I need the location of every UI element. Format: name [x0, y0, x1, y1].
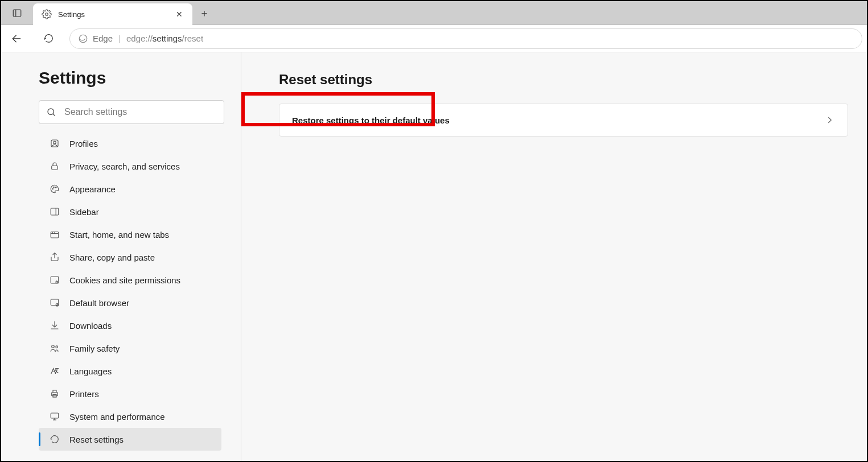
svg-point-21	[56, 281, 57, 283]
share-icon	[49, 251, 60, 263]
tab-title: Settings	[58, 10, 168, 19]
svg-rect-0	[13, 10, 21, 16]
gear-icon	[41, 9, 52, 20]
svg-point-27	[56, 346, 58, 348]
search-icon	[46, 107, 56, 117]
reset-icon	[49, 434, 60, 445]
svg-rect-9	[52, 166, 58, 170]
sidebar-item-family[interactable]: Family safety	[39, 337, 221, 360]
sidebar-item-reset[interactable]: Reset settings	[39, 428, 221, 451]
download-icon	[49, 320, 60, 331]
restore-defaults-row[interactable]: Restore settings to their default values	[279, 104, 848, 137]
url-text: edge://settings/reset	[126, 34, 203, 43]
sidebar-item-label: Downloads	[69, 321, 112, 331]
sidebar-item-label: System and performance	[69, 412, 165, 422]
sidebar-item-label: Printers	[69, 389, 99, 399]
sidebar-item-start[interactable]: Start, home, and new tabs	[39, 223, 221, 246]
svg-point-10	[52, 188, 54, 189]
settings-sidebar: Settings Profiles Privacy, search, and s…	[1, 52, 241, 461]
sidebar-item-label: Default browser	[69, 298, 129, 308]
sidebar-item-downloads[interactable]: Downloads	[39, 314, 221, 337]
svg-rect-31	[51, 413, 59, 418]
sidebar-item-label: Cookies and site permissions	[69, 275, 180, 285]
address-bar[interactable]: Edge | edge://settings/reset	[69, 28, 862, 49]
sidebar-item-languages[interactable]: Languages	[39, 360, 221, 382]
tab-close-button[interactable]: ✕	[174, 10, 184, 19]
page-heading: Reset settings	[279, 72, 850, 88]
tab-actions-button[interactable]	[1, 1, 33, 24]
sidebar-item-sidebar[interactable]: Sidebar	[39, 200, 221, 223]
addr-separator: |	[118, 34, 121, 43]
search-settings-input[interactable]	[63, 106, 217, 118]
sidebar-item-label: Share, copy and paste	[69, 253, 155, 262]
svg-point-12	[56, 187, 57, 188]
palette-icon	[49, 183, 60, 195]
content-area: Settings Profiles Privacy, search, and s…	[1, 52, 867, 461]
svg-point-5	[48, 109, 54, 115]
svg-line-6	[53, 114, 55, 116]
svg-rect-22	[51, 299, 59, 306]
sidebar-item-label: Family safety	[69, 344, 120, 353]
tab-settings[interactable]: Settings ✕	[33, 3, 192, 25]
search-settings-box[interactable]	[39, 100, 224, 124]
svg-point-26	[52, 345, 55, 348]
svg-point-11	[54, 187, 55, 188]
sidebar-item-label: Reset settings	[69, 435, 124, 444]
tabs-icon	[49, 229, 60, 240]
svg-point-2	[46, 13, 48, 16]
tab-strip: Settings ✕ ＋	[1, 1, 867, 25]
lock-icon	[49, 160, 60, 172]
sidebar-item-printers[interactable]: Printers	[39, 382, 221, 405]
svg-rect-20	[51, 277, 59, 283]
sidebar-item-label: Appearance	[69, 184, 116, 194]
printer-icon	[49, 388, 60, 399]
svg-rect-13	[51, 208, 59, 215]
new-tab-button[interactable]: ＋	[192, 1, 216, 24]
sidebar-item-appearance[interactable]: Appearance	[39, 178, 221, 200]
sidebar-item-profiles[interactable]: Profiles	[39, 132, 221, 155]
chevron-right-icon	[825, 115, 835, 125]
sidebar-item-cookies[interactable]: Cookies and site permissions	[39, 269, 221, 291]
refresh-button[interactable]	[38, 28, 59, 50]
search-engine-label: Edge	[78, 34, 113, 44]
system-icon	[49, 411, 60, 422]
family-icon	[49, 343, 60, 354]
sidebar-item-label: Start, home, and new tabs	[69, 230, 169, 240]
sidebar-item-system[interactable]: System and performance	[39, 405, 221, 428]
language-icon	[49, 365, 60, 377]
browser-icon	[49, 297, 60, 308]
sidebar-item-share[interactable]: Share, copy and paste	[39, 246, 221, 269]
sidebar-item-label: Privacy, search, and services	[69, 162, 180, 171]
cookies-icon	[49, 274, 60, 286]
svg-point-8	[54, 141, 56, 144]
sidebar-item-privacy[interactable]: Privacy, search, and services	[39, 155, 221, 178]
main-panel: Reset settings Restore settings to their…	[241, 52, 867, 461]
sidebar-icon	[49, 206, 60, 217]
profile-icon	[49, 138, 60, 149]
sidebar-item-label: Profiles	[69, 139, 98, 148]
sidebar-item-label: Languages	[69, 366, 112, 376]
back-button[interactable]	[6, 28, 27, 50]
svg-point-4	[79, 35, 87, 43]
svg-rect-29	[52, 393, 58, 396]
sidebar-item-label: Sidebar	[69, 207, 99, 217]
settings-nav-list: Profiles Privacy, search, and services A…	[39, 132, 221, 451]
sidebar-title: Settings	[39, 68, 221, 88]
sidebar-item-default-browser[interactable]: Default browser	[39, 291, 221, 314]
edge-icon	[78, 34, 88, 44]
toolbar: Edge | edge://settings/reset	[1, 25, 867, 52]
restore-defaults-label: Restore settings to their default values	[292, 116, 450, 125]
